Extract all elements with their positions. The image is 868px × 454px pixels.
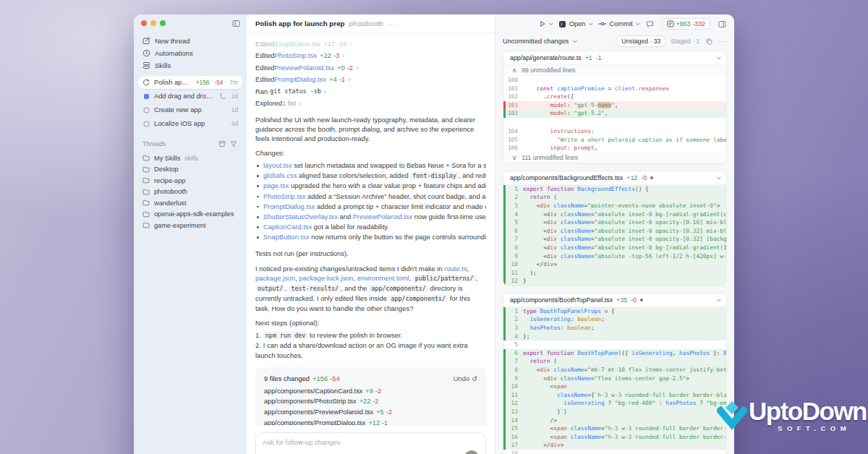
text-segment: +22 (320, 51, 331, 59)
line-number: 18 (506, 450, 523, 454)
line-number: 5 (506, 218, 523, 227)
changed-file-row[interactable]: app/components/PreviewPolaroid.tsx+5-2 (264, 407, 477, 418)
activity-row[interactable]: Rangit status -sb› (255, 85, 486, 98)
activity-row[interactable]: Edited PreviewPolaroid.tsx+0-2› (255, 61, 486, 74)
unmodified-lines-toggle[interactable]: ∨111 unmodified lines (503, 153, 726, 163)
activity-row[interactable]: Explored 1 list› (255, 98, 486, 110)
changed-file-row[interactable]: app/components/PromptDialog.tsx+12-1 (264, 418, 477, 425)
text-segment: , (476, 274, 478, 282)
file-additions: +22 (359, 398, 371, 405)
minimize-window-button[interactable] (150, 20, 156, 26)
file-link[interactable]: PreviewPolaroid.tsx (275, 64, 334, 72)
staged-tab[interactable]: Staged · 1 (671, 38, 699, 45)
code-line: input: prompt, (523, 144, 726, 153)
sidebar-item-label: Automations (155, 49, 193, 57)
project-item[interactable]: wanderlust (138, 197, 242, 209)
more-options-icon[interactable]: ··· (388, 20, 396, 27)
file-link[interactable]: PromptDialog.tsx (275, 75, 326, 83)
file-link[interactable]: package-lock.json (299, 274, 353, 282)
file-link[interactable]: PhotoStrip.tsx (275, 51, 317, 59)
file-link[interactable]: PromptDialog.tsx (263, 202, 315, 210)
next-steps-list: 1.npm run dev to review the polish in br… (255, 330, 486, 361)
changed-file-row[interactable]: app/components/PhotoStrip.tsx+22-2 (264, 396, 477, 407)
tests-note: Tests not run (per instructions). (255, 249, 486, 258)
project-label: openai-apps-sdk-examples (154, 210, 234, 218)
file-link[interactable]: SnapButton.tsx (275, 40, 321, 48)
file-link[interactable]: CaptionCard.tsx (263, 223, 312, 231)
file-link[interactable]: PreviewPolaroid.tsx (353, 213, 412, 220)
unmodified-lines-toggle[interactable]: ∧99 unmodified lines (503, 65, 726, 76)
diff-line: 9 <div className="flex items-center gap-… (503, 374, 726, 383)
thread-item[interactable]: Add drag and drop to gallery phot…1d (138, 90, 242, 103)
open-button[interactable]: Open (558, 20, 592, 28)
line-number: 102 (506, 93, 523, 101)
undo-button[interactable]: Undo ↺ (454, 374, 477, 382)
chevron-right-icon: › (350, 40, 352, 48)
unstaged-tab[interactable]: Unstaged · 33 (616, 35, 666, 47)
composer-input[interactable]: Ask for follow-up changes (263, 438, 479, 446)
file-link[interactable]: ShutterStatusOverlay.tsx (263, 213, 338, 220)
project-item[interactable]: photobooth (138, 187, 242, 198)
file-link[interactable]: globals.css (263, 171, 297, 179)
more-options-icon[interactable]: ··· (718, 38, 727, 45)
activity-list: Edited SnapButton.tsx+17-19›Edited Photo… (255, 38, 486, 109)
sidebar-item-automations[interactable]: Automations (138, 47, 242, 59)
chat-scroll-area[interactable]: Edited SnapButton.tsx+17-19›Edited Photo… (247, 33, 495, 425)
project-item[interactable]: openai-apps-sdk-examples (138, 209, 242, 220)
sidebar-item-new-thread[interactable]: New thread (138, 35, 242, 47)
file-link[interactable]: environment.toml (357, 274, 409, 282)
file-link[interactable]: layout.tsx (263, 161, 292, 169)
thread-item[interactable]: Polish app for launch prep+156-547m (138, 76, 242, 89)
send-button[interactable]: ↑ (464, 450, 479, 454)
text-segment: Edited (255, 51, 275, 59)
activity-row[interactable]: Edited SnapButton.tsx+17-19› (255, 38, 486, 50)
collapse-sidebar-icon[interactable] (231, 18, 241, 28)
sidebar-item-skills[interactable]: Skills (138, 59, 242, 72)
file-link[interactable]: package.json (255, 274, 295, 282)
diff-file-header[interactable]: app/api/generate/route.ts+1-1 (503, 51, 726, 65)
text-segment: 1 list (282, 99, 296, 107)
code-line: type BoothTopPanelProps = { (523, 307, 726, 316)
step-number: 1. (255, 331, 261, 339)
archive-icon[interactable] (218, 140, 226, 148)
diff-file-list[interactable]: app/api/generate/route.ts+1-1∧99 unmodif… (495, 49, 734, 454)
project-item[interactable]: Desktop (138, 164, 242, 176)
close-window-button[interactable] (141, 20, 147, 26)
line-number: 10 (506, 382, 523, 391)
filter-icon[interactable] (229, 140, 238, 148)
file-link[interactable]: SnapButton.tsx (263, 233, 310, 241)
file-link[interactable]: PhotoStrip.tsx (263, 192, 305, 200)
diff-file-card: app/api/generate/route.ts+1-1∧99 unmodif… (503, 51, 727, 164)
project-item[interactable]: game-experiment (138, 220, 242, 231)
diff-file-header[interactable]: app/components/BackgroundEffects.tsx+12-… (503, 171, 726, 185)
file-additions: +9 (365, 387, 373, 395)
comment-icon[interactable] (645, 19, 655, 29)
change-bullet: PhotoStrip.tsx added a “Session Archive”… (255, 192, 486, 202)
changed-file-row[interactable]: app/components/CaptionCard.tsx+9-2 (264, 385, 477, 396)
code-line: <div className="absolute inset-0 bg-[rad… (523, 244, 726, 252)
diff-file-header[interactable]: app/components/BoothTopPanel.tsx+35-0 (503, 294, 726, 307)
run-button[interactable] (539, 20, 552, 27)
composer[interactable]: Ask for follow-up changes + GPT-5.2-Code… (255, 432, 486, 454)
thread-time: 4d (231, 120, 238, 127)
project-item[interactable]: My Skillsskills (138, 153, 242, 164)
uptodown-arrow-icon (717, 400, 747, 432)
copy-icon[interactable] (704, 36, 714, 46)
text-segment: Ran (255, 87, 268, 95)
file-link[interactable]: route.ts (444, 265, 467, 273)
text-segment: -2 (347, 64, 353, 72)
diff-stats-pill[interactable]: +863 -332 (662, 18, 710, 30)
project-item[interactable]: recipe-app (138, 175, 242, 187)
file-link[interactable]: page.tsx (263, 181, 289, 189)
activity-row[interactable]: Edited PromptDialog.tsx+4-1› (255, 74, 486, 86)
uncommitted-changes-dropdown[interactable]: Uncommitted changes (503, 38, 569, 45)
next-steps-label: Next steps (optional): (255, 319, 486, 327)
commit-button[interactable]: Commit (598, 20, 639, 27)
zoom-window-button[interactable] (160, 20, 166, 26)
toggle-panel-icon[interactable] (717, 19, 727, 29)
activity-row[interactable]: Edited PhotoStrip.tsx+22-3› (255, 50, 486, 62)
thread-item[interactable]: Create new app1d (138, 103, 242, 116)
diff-line: 7 return ( (503, 357, 726, 366)
code-line: <div className="absolute inset-0 opacity… (523, 227, 726, 236)
thread-item[interactable]: Localize iOS app4d (138, 117, 242, 130)
